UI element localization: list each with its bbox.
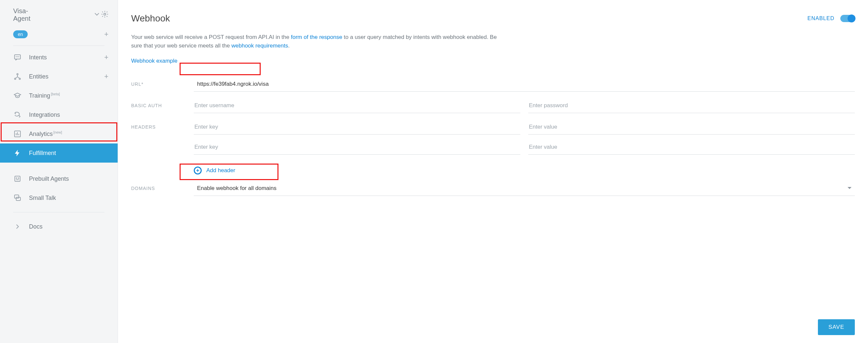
header-key-field[interactable]: [194, 120, 520, 135]
enabled-label: ENABLED: [807, 16, 834, 22]
intents-icon: [13, 53, 22, 62]
sidebar-item-entities[interactable]: Entities +: [0, 67, 118, 86]
add-language-button[interactable]: +: [104, 31, 108, 38]
domains-row: DOMAINS Enable webhook for all domains: [131, 176, 855, 197]
svg-rect-9: [15, 176, 20, 181]
username-input[interactable]: [194, 102, 520, 109]
sidebar-item-label: Docs: [29, 223, 42, 230]
add-intent-button[interactable]: +: [104, 53, 108, 62]
svg-point-7: [19, 78, 21, 80]
page-header: Webhook ENABLED: [131, 13, 855, 24]
prebuilt-agents-icon: [13, 174, 22, 183]
webhook-requirements-link[interactable]: webhook requirements: [231, 42, 288, 49]
sidebar-item-training[interactable]: Training[beta]: [0, 86, 118, 105]
sidebar-item-docs[interactable]: Docs: [0, 217, 118, 236]
training-icon: [13, 91, 22, 100]
domains-select[interactable]: Enable webhook for all domains: [194, 182, 855, 196]
url-input[interactable]: [197, 81, 854, 87]
svg-rect-13: [16, 197, 21, 201]
language-pill[interactable]: en: [13, 30, 28, 38]
analytics-icon: [13, 130, 22, 138]
password-input[interactable]: [529, 102, 854, 109]
svg-point-4: [19, 56, 19, 57]
agent-name-label: Visa-Agent: [13, 7, 30, 22]
agent-selector-row: Visa-Agent: [0, 6, 118, 27]
basic-auth-label: BASIC AUTH: [131, 99, 194, 108]
sidebar-item-label: Prebuilt Agents: [29, 175, 69, 182]
sidebar-item-label: Training[beta]: [29, 92, 60, 99]
sidebar: Visa-Agent en + Intents +: [0, 0, 118, 343]
add-entity-button[interactable]: +: [104, 72, 108, 81]
page-title: Webhook: [131, 13, 170, 24]
svg-point-11: [18, 178, 19, 179]
header-value-field[interactable]: [528, 120, 855, 135]
save-button[interactable]: SAVE: [818, 319, 855, 335]
sidebar-item-label: Integrations: [29, 112, 60, 118]
webhook-example-link[interactable]: Webhook example: [131, 58, 178, 64]
sidebar-item-small-talk[interactable]: Small Talk: [0, 188, 118, 207]
integrations-icon: [13, 111, 22, 119]
sidebar-separator: [13, 212, 104, 212]
enabled-toggle[interactable]: [840, 15, 855, 22]
agent-dropdown-caret[interactable]: [93, 10, 101, 20]
password-field[interactable]: [528, 99, 855, 113]
svg-point-3: [17, 56, 18, 57]
main-content: Webhook ENABLED Your web service will re…: [118, 0, 868, 343]
domains-value: Enable webhook for all domains: [197, 185, 277, 191]
enabled-toggle-group: ENABLED: [807, 15, 855, 22]
sidebar-item-prebuilt-agents[interactable]: Prebuilt Agents: [0, 169, 118, 188]
sidebar-item-fulfillment[interactable]: Fulfillment: [0, 143, 118, 163]
svg-point-0: [104, 13, 106, 15]
dropdown-caret-icon: [845, 184, 854, 193]
settings-gear-icon[interactable]: [101, 10, 109, 20]
fulfillment-icon: [13, 149, 22, 157]
sidebar-item-analytics[interactable]: Analytics[new]: [0, 124, 118, 143]
entities-icon: [13, 72, 22, 81]
url-row: URL*: [131, 72, 855, 93]
header-value-field[interactable]: [528, 141, 855, 155]
form-of-response-link[interactable]: form of the response: [291, 34, 342, 40]
agent-name[interactable]: Visa-Agent: [13, 7, 30, 22]
nav: Intents + Entities + Training[beta]: [0, 46, 118, 236]
svg-point-5: [17, 74, 18, 75]
sidebar-item-integrations[interactable]: Integrations: [0, 105, 118, 124]
sidebar-item-label: Small Talk: [29, 195, 56, 201]
add-header-label: Add header: [206, 167, 235, 174]
intro-text: Your web service will receive a POST req…: [131, 33, 507, 51]
svg-point-10: [16, 178, 17, 179]
svg-point-2: [16, 56, 17, 57]
language-label: en: [18, 32, 23, 37]
header-key-input[interactable]: [194, 124, 520, 130]
sidebar-item-label: Entities: [29, 73, 49, 80]
header-key-field[interactable]: [194, 141, 520, 155]
sidebar-item-label: Analytics[new]: [29, 130, 62, 138]
basic-auth-row: BASIC AUTH: [131, 93, 855, 114]
language-row: en +: [0, 27, 118, 46]
domains-label: DOMAINS: [131, 182, 194, 191]
sidebar-item-intents[interactable]: Intents +: [0, 48, 118, 67]
add-header-button[interactable]: + Add header: [194, 161, 855, 174]
header-value-input[interactable]: [529, 144, 854, 150]
add-icon: +: [194, 167, 202, 174]
svg-point-6: [14, 78, 16, 80]
webhook-form: URL* BASIC AUTH HEADERS: [131, 72, 855, 197]
headers-row: HEADERS: [131, 114, 855, 176]
url-label: URL*: [131, 78, 194, 87]
headers-label: HEADERS: [131, 120, 194, 130]
sidebar-item-label: Intents: [29, 54, 47, 61]
small-talk-icon: [13, 194, 22, 202]
sidebar-item-label: Fulfillment: [29, 150, 56, 156]
username-field[interactable]: [194, 99, 520, 113]
svg-rect-12: [14, 195, 19, 198]
url-field[interactable]: [194, 78, 855, 92]
header-value-input[interactable]: [529, 124, 854, 130]
header-key-input[interactable]: [194, 144, 520, 150]
docs-chevron-icon: [13, 222, 22, 231]
